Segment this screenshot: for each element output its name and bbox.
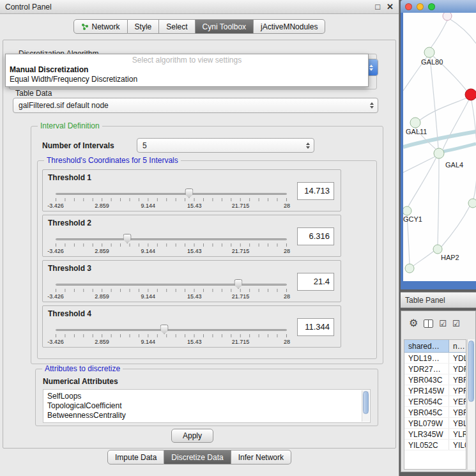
cell-name[interactable]: YDL1… <box>449 353 466 363</box>
slider-thumb[interactable] <box>185 188 193 198</box>
minimize-window-icon[interactable] <box>417 3 424 10</box>
slider-thumb[interactable] <box>160 325 169 334</box>
select-none-icon[interactable]: ☑ <box>452 319 460 328</box>
number-of-intervals-combobox[interactable]: 5 <box>137 138 314 153</box>
float-window-icon[interactable]: □ <box>375 2 380 12</box>
threshold-slider[interactable]: -3.4262.8599.14415.4321.71528 <box>56 277 287 302</box>
network-canvas[interactable]: GAL80GAL11GAL4GCY1HAP2 <box>403 13 476 281</box>
network-node[interactable] <box>434 148 444 158</box>
tab-jactivemodules[interactable]: jActiveMNodules <box>254 19 325 34</box>
number-of-intervals-value: 5 <box>142 141 147 150</box>
cell-name[interactable]: YDR2… <box>449 364 466 374</box>
network-node[interactable] <box>410 118 420 128</box>
columns-icon[interactable] <box>424 319 433 328</box>
list-scrollbar[interactable] <box>362 390 369 422</box>
table-scrollbar[interactable] <box>467 339 475 470</box>
cell-shared-name[interactable]: YDR27… <box>404 364 449 374</box>
cell-name[interactable]: YIL0… <box>449 440 466 450</box>
network-window-titlebar[interactable] <box>401 0 476 13</box>
numerical-attributes-list[interactable]: SelfLoopsTopologicalCoefficientBetweenne… <box>43 389 371 423</box>
network-edge <box>431 20 447 48</box>
threshold-value-field[interactable]: 6.316 <box>297 227 334 245</box>
dropdown-option-equal-width-frequency[interactable]: Equal Width/Frequency Discretization <box>6 74 368 84</box>
threshold-slider[interactable]: -3.4262.8599.14415.4321.71528 <box>56 323 287 347</box>
cell-name[interactable]: YPR1… <box>449 385 466 395</box>
tab-select[interactable]: Select <box>159 19 195 34</box>
numerical-attributes-label: Numerical Attributes <box>43 377 118 386</box>
combobox-arrows-icon[interactable] <box>367 102 376 109</box>
slider-track[interactable] <box>56 284 287 286</box>
scrollbar-thumb[interactable] <box>468 341 474 402</box>
column-header-shared-name[interactable]: shared… <box>404 340 449 352</box>
table-row[interactable]: YDL19…YDL1… <box>404 353 466 364</box>
threshold-value-field[interactable]: 14.713 <box>297 182 334 200</box>
slider-thumb[interactable] <box>123 234 132 243</box>
close-window-icon[interactable] <box>405 3 412 10</box>
table-panel-title: Table Panel <box>405 296 445 305</box>
network-view-window: GAL80GAL11GAL4GCY1HAP2 <box>401 0 476 289</box>
tab-infer-network[interactable]: Infer Network <box>231 450 291 464</box>
network-node[interactable] <box>405 264 414 273</box>
apply-button[interactable]: Apply <box>171 429 213 443</box>
table-row[interactable]: YBL079WYBL0… <box>404 418 466 429</box>
tick-label: -3.426 <box>47 339 64 345</box>
threshold-value-field[interactable]: 11.344 <box>297 318 334 336</box>
zoom-window-icon[interactable] <box>428 3 435 10</box>
threshold-slider[interactable]: -3.4262.8599.14415.4321.71528 <box>56 232 287 256</box>
network-node[interactable] <box>433 245 442 254</box>
network-node[interactable] <box>443 13 452 20</box>
table-row[interactable]: YBR045CYBR0… <box>404 407 466 418</box>
tab-label: Select <box>166 22 187 31</box>
select-all-icon[interactable]: ☑ <box>439 319 447 328</box>
table-row[interactable]: YPR145WYPR1… <box>404 385 466 396</box>
tab-cyni-toolbox[interactable]: Cyni Toolbox <box>196 19 254 34</box>
table-row[interactable]: YDR27…YDR2… <box>404 364 466 374</box>
tab-impute-data[interactable]: Impute Data <box>107 450 164 464</box>
threshold-value-field[interactable]: 21.4 <box>297 273 334 291</box>
list-item[interactable]: SelfLoops <box>43 392 370 401</box>
cell-name[interactable]: YBR0… <box>449 407 466 417</box>
cell-shared-name[interactable]: YBL079W <box>404 418 449 428</box>
slider-thumb[interactable] <box>234 279 242 289</box>
slider-track[interactable] <box>56 238 287 240</box>
cell-shared-name[interactable]: YBR045C <box>404 407 449 417</box>
table-row[interactable]: YER054CYER0… <box>404 396 466 407</box>
threshold-slider[interactable]: -3.4262.8599.14415.4321.71528 <box>56 187 287 211</box>
tab-style[interactable]: Style <box>128 19 160 34</box>
table-data-combobox[interactable]: galFiltered.sif default node <box>13 98 378 113</box>
table-toolbar: ⚙ ☑ ☑ <box>401 311 475 335</box>
selected-network-node[interactable] <box>465 89 476 100</box>
tick-label: -3.426 <box>47 293 64 300</box>
tab-network[interactable]: Network <box>73 19 128 34</box>
cell-shared-name[interactable]: YER054C <box>404 396 449 406</box>
table-row[interactable]: YLR345WYLR3… <box>404 429 466 440</box>
network-node[interactable] <box>403 206 411 215</box>
slider-track[interactable] <box>56 193 287 195</box>
cell-shared-name[interactable]: YIL052C <box>404 440 449 450</box>
cell-shared-name[interactable]: YLR345W <box>404 429 449 439</box>
tab-discretize-data[interactable]: Discretize Data <box>164 450 231 464</box>
cell-shared-name[interactable]: YDL19… <box>404 353 449 363</box>
list-item[interactable]: BetweennessCentrality <box>43 411 370 420</box>
combobox-arrows-icon[interactable] <box>303 142 312 149</box>
threshold-panel: Threshold 3 -3.4262.8599.14415.4321.7152… <box>42 260 341 302</box>
table-row[interactable]: YIL052CYIL0… <box>404 440 466 450</box>
slider-track[interactable] <box>56 329 287 331</box>
tick-label: 21.715 <box>232 203 250 209</box>
gear-icon[interactable]: ⚙ <box>409 318 418 328</box>
cell-shared-name[interactable]: YPR145W <box>404 385 449 395</box>
close-icon[interactable]: ✕ <box>387 2 394 12</box>
network-node[interactable] <box>424 47 434 58</box>
cell-shared-name[interactable]: YBR043C <box>404 374 449 385</box>
cell-name[interactable]: YER0… <box>449 396 466 406</box>
list-item[interactable]: TopologicalCoefficient <box>43 401 370 411</box>
network-node[interactable] <box>468 199 476 208</box>
tab-label: Infer Network <box>238 453 284 462</box>
dropdown-option-manual-discretization[interactable]: Manual Discretization <box>6 65 368 74</box>
scrollbar-thumb[interactable] <box>363 391 369 414</box>
cell-name[interactable]: YLR3… <box>449 429 466 439</box>
table-row[interactable]: YBR043CYBR0… <box>404 374 466 385</box>
cell-name[interactable]: YBL0… <box>449 418 466 428</box>
column-header-name[interactable]: n… <box>449 340 466 352</box>
cell-name[interactable]: YBR0… <box>449 374 466 385</box>
